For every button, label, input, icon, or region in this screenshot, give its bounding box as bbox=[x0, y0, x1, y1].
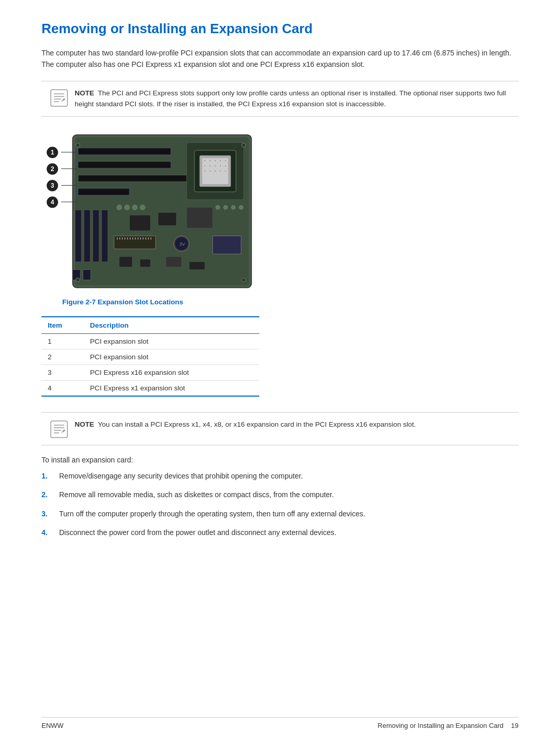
table-container: Item Description 1PCI expansion slot2PCI… bbox=[41, 316, 259, 397]
step-item: 2.Remove all removable media, such as di… bbox=[41, 489, 519, 500]
table-cell-item: 4 bbox=[41, 380, 84, 396]
svg-point-29 bbox=[225, 165, 226, 166]
svg-rect-52 bbox=[119, 237, 120, 240]
svg-rect-39 bbox=[130, 215, 150, 231]
svg-rect-58 bbox=[135, 237, 136, 240]
callout-1: 1 bbox=[47, 147, 58, 158]
table-cell-item: 2 bbox=[41, 349, 84, 364]
svg-rect-38 bbox=[102, 210, 108, 262]
step-item: 1.Remove/disengage any security devices … bbox=[41, 470, 519, 482]
page-title: Removing or Installing an Expansion Card bbox=[41, 21, 519, 37]
svg-rect-51 bbox=[117, 237, 118, 240]
svg-point-43 bbox=[124, 205, 130, 210]
svg-point-34 bbox=[225, 171, 226, 172]
svg-rect-61 bbox=[143, 237, 144, 240]
intro-paragraph: The computer has two standard low-profil… bbox=[41, 47, 519, 71]
svg-text:3V: 3V bbox=[179, 242, 185, 247]
svg-point-27 bbox=[215, 165, 216, 166]
svg-point-77 bbox=[242, 143, 246, 147]
table-row: 3PCI Express x16 expansion slot bbox=[41, 364, 259, 380]
svg-line-84 bbox=[62, 431, 62, 433]
col-item-header: Item bbox=[41, 317, 84, 334]
slot-table: Item Description 1PCI expansion slot2PCI… bbox=[41, 316, 259, 397]
svg-rect-13 bbox=[79, 176, 201, 181]
svg-point-24 bbox=[225, 160, 226, 161]
svg-rect-60 bbox=[140, 237, 141, 240]
table-row: 4PCI Express x1 expansion slot bbox=[41, 380, 259, 396]
table-cell-item: 3 bbox=[41, 364, 84, 380]
svg-rect-68 bbox=[166, 257, 181, 267]
callout-4: 4 bbox=[47, 196, 58, 208]
svg-point-22 bbox=[215, 160, 216, 161]
svg-rect-65 bbox=[213, 236, 241, 254]
step-number: 2. bbox=[41, 489, 52, 500]
svg-rect-36 bbox=[84, 210, 90, 262]
figure-caption: Figure 2-7 Expansion Slot Locations bbox=[62, 298, 519, 306]
svg-rect-69 bbox=[189, 262, 205, 270]
note-2-text: NOTE You can install a PCI Express x1, x… bbox=[75, 419, 416, 430]
footer-right: Removing or Installing an Expansion Card… bbox=[377, 722, 519, 729]
svg-point-20 bbox=[204, 160, 205, 161]
svg-point-75 bbox=[76, 278, 80, 282]
svg-rect-0 bbox=[51, 90, 67, 106]
note-box-2: NOTE You can install a PCI Express x1, x… bbox=[41, 412, 519, 445]
svg-point-23 bbox=[220, 160, 221, 161]
step-number: 4. bbox=[41, 527, 52, 538]
svg-point-30 bbox=[204, 171, 205, 172]
svg-rect-54 bbox=[124, 237, 125, 240]
callout-2: 2 bbox=[47, 163, 58, 175]
svg-rect-35 bbox=[75, 210, 81, 262]
svg-rect-41 bbox=[187, 207, 213, 228]
table-row: 1PCI expansion slot bbox=[41, 333, 259, 349]
table-cell-item: 1 bbox=[41, 333, 84, 349]
table-row: 2PCI expansion slot bbox=[41, 349, 259, 364]
svg-rect-57 bbox=[132, 237, 133, 240]
svg-rect-55 bbox=[127, 237, 128, 240]
step-number: 3. bbox=[41, 508, 52, 519]
col-description-header: Description bbox=[84, 317, 259, 334]
step-number: 1. bbox=[41, 470, 52, 482]
svg-point-49 bbox=[239, 205, 243, 209]
svg-rect-15 bbox=[79, 189, 129, 194]
svg-point-45 bbox=[140, 205, 145, 210]
steps-list: 1.Remove/disengage any security devices … bbox=[41, 470, 519, 539]
svg-point-48 bbox=[231, 205, 235, 209]
step-text: Turn off the computer properly through t… bbox=[59, 508, 365, 519]
svg-rect-40 bbox=[158, 213, 176, 226]
svg-line-5 bbox=[62, 100, 62, 102]
figure-container: 1 2 3 4 bbox=[41, 132, 519, 306]
svg-rect-79 bbox=[51, 421, 67, 438]
svg-rect-53 bbox=[122, 237, 123, 240]
svg-rect-66 bbox=[119, 257, 132, 267]
table-cell-description: PCI expansion slot bbox=[84, 333, 259, 349]
note-box-1: NOTE The PCI and PCI Express slots suppo… bbox=[41, 81, 519, 117]
steps-intro: To install an expansion card: bbox=[41, 456, 519, 464]
step-item: 3.Turn off the computer properly through… bbox=[41, 508, 519, 519]
table-header-row: Item Description bbox=[41, 317, 259, 334]
svg-rect-62 bbox=[145, 237, 146, 240]
note-icon-2 bbox=[50, 420, 68, 439]
svg-point-28 bbox=[220, 165, 221, 166]
step-text: Remove/disengage any security devices th… bbox=[59, 470, 303, 482]
svg-rect-67 bbox=[140, 259, 150, 267]
svg-point-25 bbox=[204, 165, 205, 166]
table-cell-description: PCI expansion slot bbox=[84, 349, 259, 364]
svg-point-31 bbox=[209, 171, 211, 172]
svg-point-33 bbox=[220, 171, 221, 172]
note-1-text: NOTE The PCI and PCI Express slots suppo… bbox=[75, 88, 510, 110]
svg-point-47 bbox=[223, 205, 228, 209]
motherboard-image: 1 2 3 4 bbox=[62, 132, 259, 293]
step-text: Disconnect the power cord from the power… bbox=[59, 527, 337, 538]
svg-rect-74 bbox=[83, 270, 91, 280]
svg-rect-56 bbox=[130, 237, 131, 240]
svg-point-26 bbox=[209, 165, 211, 166]
svg-point-76 bbox=[242, 278, 246, 282]
svg-point-32 bbox=[215, 171, 216, 172]
svg-rect-64 bbox=[150, 237, 151, 240]
svg-rect-59 bbox=[137, 237, 138, 240]
svg-rect-11 bbox=[79, 162, 170, 167]
note-icon-1 bbox=[50, 89, 68, 107]
step-text: Remove all removable media, such as disk… bbox=[59, 489, 334, 500]
svg-rect-9 bbox=[79, 149, 170, 154]
svg-point-21 bbox=[209, 160, 211, 161]
